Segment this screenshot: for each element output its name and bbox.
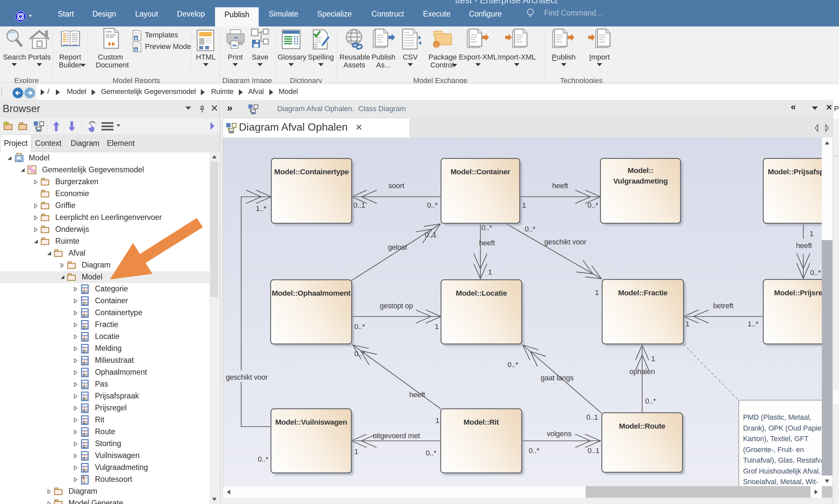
svg-text:geschikt voor: geschikt voor bbox=[226, 373, 268, 381]
svg-text:0..*: 0..* bbox=[354, 349, 365, 358]
svg-text:gelost: gelost bbox=[388, 243, 407, 251]
svg-text:uitgevoerd met: uitgevoerd met bbox=[373, 432, 420, 440]
svg-text:0..*: 0..* bbox=[645, 397, 656, 405]
svg-text:0..*: 0..* bbox=[507, 360, 518, 369]
svg-text:Model::Locatie: Model::Locatie bbox=[456, 289, 507, 297]
svg-text:Model::Vuilniswagen: Model::Vuilniswagen bbox=[275, 418, 347, 426]
svg-text:Tuinafval), Glas, Restafval,: Tuinafval), Glas, Restafval, bbox=[743, 456, 822, 464]
svg-text:heeft: heeft bbox=[479, 239, 495, 247]
svg-text:Vulgraadmeting: Vulgraadmeting bbox=[613, 177, 668, 185]
svg-text:0..*: 0..* bbox=[588, 201, 599, 209]
svg-text:Model::Container: Model::Container bbox=[451, 168, 511, 176]
svg-text:1: 1 bbox=[651, 355, 655, 363]
svg-text:Grof Huishoudelijk Afval,: Grof Huishoudelijk Afval, bbox=[743, 467, 820, 475]
svg-text:geschikt voor: geschikt voor bbox=[544, 238, 586, 246]
svg-text:1: 1 bbox=[435, 416, 439, 425]
svg-text:(Groente-, Fruit- en: (Groente-, Fruit- en bbox=[743, 446, 804, 454]
svg-text:0..1: 0..1 bbox=[353, 201, 365, 209]
svg-text:Model::Prijsafspraak: Model::Prijsafspraak bbox=[768, 168, 822, 176]
svg-text:0..1: 0..1 bbox=[425, 231, 437, 239]
svg-text:heeft: heeft bbox=[552, 182, 568, 190]
svg-text:PMD (Plastic, Metaal,: PMD (Plastic, Metaal, bbox=[743, 413, 811, 421]
svg-text:Model::Fractie: Model::Fractie bbox=[618, 289, 667, 297]
svg-text:1..*: 1..* bbox=[256, 204, 267, 213]
svg-text:heeft: heeft bbox=[796, 241, 812, 250]
svg-text:Karton), Textiel, GFT: Karton), Textiel, GFT bbox=[743, 435, 808, 443]
svg-text:1: 1 bbox=[354, 447, 358, 456]
svg-text:ophalen: ophalen bbox=[629, 367, 655, 376]
svg-text:0..*: 0..* bbox=[354, 322, 365, 331]
svg-text:0..*: 0..* bbox=[810, 269, 821, 277]
svg-text:Snoeiafval, Metaal, Wit-: Snoeiafval, Metaal, Wit- bbox=[743, 478, 818, 486]
svg-text:1: 1 bbox=[522, 201, 526, 209]
svg-text:Model::Prijsregel: Model::Prijsregel bbox=[774, 289, 822, 297]
svg-text:Model::: Model:: bbox=[628, 166, 654, 175]
svg-text:0..*: 0..* bbox=[258, 455, 269, 463]
svg-text:betreft: betreft bbox=[713, 302, 733, 310]
svg-text:Model::Route: Model::Route bbox=[619, 422, 665, 430]
svg-text:0..1: 0..1 bbox=[586, 413, 598, 421]
svg-text:1: 1 bbox=[809, 230, 814, 238]
svg-text:0..1: 0..1 bbox=[588, 447, 600, 455]
svg-text:0..*: 0..* bbox=[426, 449, 437, 457]
svg-text:Model::Rit: Model::Rit bbox=[464, 418, 499, 426]
svg-text:1: 1 bbox=[488, 268, 492, 276]
svg-text:gaat langs: gaat langs bbox=[540, 374, 574, 382]
svg-text:Model::Containertype: Model::Containertype bbox=[274, 168, 349, 176]
svg-text:0..*: 0..* bbox=[427, 201, 438, 209]
svg-text:1: 1 bbox=[685, 320, 690, 328]
svg-text:0..*: 0..* bbox=[525, 225, 536, 233]
svg-text:volgens: volgens bbox=[547, 430, 572, 438]
svg-text:0..*: 0..* bbox=[529, 447, 540, 455]
svg-text:1..*: 1..* bbox=[748, 320, 758, 328]
svg-text:gestopt op: gestopt op bbox=[380, 302, 413, 310]
svg-text:Model::Ophaalmoment: Model::Ophaalmoment bbox=[272, 289, 351, 297]
svg-text:1: 1 bbox=[595, 288, 599, 296]
svg-text:Drank), OPK (Oud Papier,: Drank), OPK (Oud Papier, bbox=[743, 424, 822, 432]
svg-text:heeft: heeft bbox=[409, 391, 425, 399]
svg-text:1: 1 bbox=[435, 322, 439, 331]
svg-text:soort: soort bbox=[388, 182, 404, 190]
